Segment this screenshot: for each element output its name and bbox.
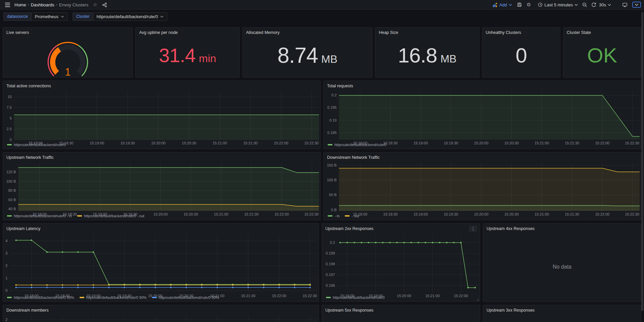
legend-item[interactable]: httproute/default/backend/rule/0: [7, 143, 66, 147]
legend-item[interactable]: httproute/default/backend/rule/0: [326, 295, 385, 300]
panel-title[interactable]: Unhealthy Clusters: [486, 30, 521, 35]
time-series-chart[interactable]: 15:18:0015:18:3015:19:0015:19:3015:20:00…: [3, 314, 319, 322]
stat-value: 0: [515, 45, 526, 66]
svg-text:0.199: 0.199: [326, 251, 335, 255]
legend-series-color: [7, 297, 12, 298]
chart-svg: 15:18:0015:18:3015:19:0015:19:3015:20:00…: [3, 90, 320, 146]
chevron-down-icon: [160, 15, 164, 18]
panel-upstream-3xx-responses: Upstream 3xx Responses: [483, 305, 641, 322]
gauge-value: 1: [65, 66, 71, 77]
svg-text:7.5: 7.5: [7, 105, 12, 109]
legend-item[interactable]: - in: [328, 214, 339, 218]
panel-downstream-members: Downstream members 15:18:0015:18:3015:19…: [3, 305, 319, 322]
svg-text:0.197: 0.197: [326, 273, 335, 277]
panel-title[interactable]: Downstream Network Traffic: [327, 155, 380, 160]
panel-live-servers: Live servers 1: [3, 27, 133, 78]
legend-item[interactable]: - out: [345, 214, 359, 218]
svg-text:0.2: 0.2: [331, 93, 336, 97]
legend-item[interactable]: httproute/default/backend/rule/0: [328, 143, 386, 147]
legend-series-color: [326, 297, 331, 298]
svg-text:1: 1: [5, 276, 7, 280]
legend-series-color: [345, 215, 350, 217]
svg-text:40 B: 40 B: [8, 207, 16, 211]
chart-svg: 15:18:0015:18:3015:19:0015:19:3015:20:00…: [3, 232, 319, 299]
time-series-chart[interactable]: 15:18:0015:19:0015:20:0015:21:0015:22:00…: [322, 232, 480, 295]
svg-text:100 B: 100 B: [327, 178, 337, 182]
svg-text:4: 4: [5, 239, 7, 243]
panel-title[interactable]: Allocated Memory: [246, 30, 280, 35]
legend-series-label: httproute/default/backend/rule/0 - in: [14, 214, 72, 218]
panel-title[interactable]: Downstream members: [6, 308, 49, 313]
chart-legend: httproute/default/backend/rule/0 99%http…: [3, 295, 319, 302]
panel-cluster-state: Cluster State OK: [563, 27, 641, 78]
legend-item[interactable]: httproute/default/backend/rule/0 90%: [80, 295, 147, 300]
panel-title[interactable]: Upstream 4xx Responses: [487, 226, 535, 231]
variable-datasource-picker[interactable]: Prometheus: [31, 12, 68, 21]
svg-text:0: 0: [10, 138, 12, 142]
time-series-chart[interactable]: 15:18:0015:18:3015:19:0015:19:3015:20:00…: [3, 90, 320, 142]
legend-series-color: [7, 144, 12, 145]
grafana-dashboard: Home › Dashboards › Envoy Clusters ☆: [0, 0, 644, 322]
refresh-interval-label: 30s: [599, 2, 606, 7]
page-scrollbar[interactable]: [641, 12, 643, 311]
share-icon[interactable]: [100, 1, 109, 8]
svg-text:0.195: 0.195: [327, 105, 337, 109]
add-button[interactable]: Add: [491, 1, 514, 8]
legend-item[interactable]: httproute/default/backend/rule/0 99%: [7, 295, 74, 300]
legend-series-label: httproute/default/backend/rule/0 90%: [86, 295, 147, 300]
variable-datasource-label: datasource: [3, 12, 31, 21]
variable-cluster: Cluster httproute/default/backend/rule/0: [73, 12, 167, 21]
time-series-chart[interactable]: 15:18:0015:18:3015:19:0015:19:3015:20:00…: [3, 232, 319, 295]
panel-menu-kebab-icon[interactable]: ⋮: [469, 226, 477, 232]
panel-resize-handle[interactable]: [476, 298, 479, 301]
panel-title[interactable]: Live servers: [6, 30, 29, 35]
time-series-chart[interactable]: 15:18:0015:18:3015:19:0015:19:3015:20:00…: [324, 90, 641, 142]
collapse-topbar-chevron-button[interactable]: [633, 2, 641, 7]
time-series-chart[interactable]: 15:18:0015:18:3015:19:0015:19:3015:20:00…: [324, 161, 641, 213]
legend-series-label: httproute/default/backend/rule/0 - out: [84, 214, 144, 218]
panel-title[interactable]: Heap Size: [379, 30, 398, 35]
panel-title[interactable]: Upstream Network Traffic: [6, 155, 54, 160]
panel-title[interactable]: Upstream 5xx Responses: [325, 308, 373, 313]
time-series-chart[interactable]: 15:18:0015:18:3015:19:0015:19:3015:20:00…: [3, 161, 320, 213]
panel-title[interactable]: Cluster State: [567, 30, 591, 35]
breadcrumb-dashboards[interactable]: Dashboards: [30, 2, 56, 8]
chart-legend: httproute/default/backend/rule/0: [3, 142, 320, 149]
legend-series-label: - in: [334, 214, 339, 218]
chart-legend: httproute/default/backend/rule/0: [322, 295, 480, 302]
menu-toggle-icon[interactable]: [3, 2, 12, 8]
no-data-message: No data: [483, 232, 641, 302]
dashboard-settings-gear-icon[interactable]: ⚙: [525, 1, 533, 9]
refresh-interval-dropdown[interactable]: 30s: [599, 1, 613, 8]
panel-title[interactable]: Avg uptime per node: [139, 30, 178, 35]
tv-mode-icon[interactable]: [620, 1, 629, 8]
legend-series-label: httproute/default/backend/rule/0: [334, 143, 386, 147]
panel-title[interactable]: Upstream 2xx Responses: [325, 226, 373, 231]
dashboard-variables: datasource Prometheus Cluster httproute/…: [0, 10, 644, 22]
legend-item[interactable]: httproute/default/backend/rule/0 50%: [152, 295, 219, 300]
panel-title[interactable]: Upstream Latency: [6, 226, 40, 231]
save-dashboard-icon[interactable]: [515, 1, 523, 8]
refresh-icon[interactable]: [590, 1, 598, 8]
time-range-picker[interactable]: Last 5 minutes: [536, 1, 580, 8]
chevron-down-icon: [509, 4, 512, 6]
legend-series-label: httproute/default/backend/rule/0: [14, 143, 66, 147]
legend-item[interactable]: httproute/default/backend/rule/0 - out: [77, 214, 144, 218]
panel-title[interactable]: Total requests: [327, 84, 353, 88]
svg-text:120 B: 120 B: [6, 170, 16, 174]
panel-title[interactable]: Total active connections: [6, 84, 51, 88]
zoom-out-time-icon[interactable]: [581, 1, 589, 8]
legend-series-label: httproute/default/backend/rule/0 50%: [159, 295, 219, 300]
legend-series-label: httproute/default/backend/rule/0 99%: [14, 295, 74, 300]
favorite-star-icon[interactable]: ☆: [91, 1, 99, 9]
legend-item[interactable]: httproute/default/backend/rule/0 - in: [7, 214, 72, 218]
panel-title[interactable]: Upstream 3xx Responses: [487, 308, 535, 313]
legend-series-label: httproute/default/backend/rule/0: [333, 295, 385, 300]
legend-series-color: [328, 144, 332, 145]
breadcrumb-home[interactable]: Home: [13, 2, 28, 8]
legend-series-label: - out: [352, 214, 359, 218]
gauge: 1: [3, 36, 132, 77]
variable-cluster-picker[interactable]: httproute/default/backend/rule/0: [93, 12, 168, 21]
svg-text:60 B: 60 B: [8, 198, 16, 202]
legend-series-color: [152, 297, 157, 298]
